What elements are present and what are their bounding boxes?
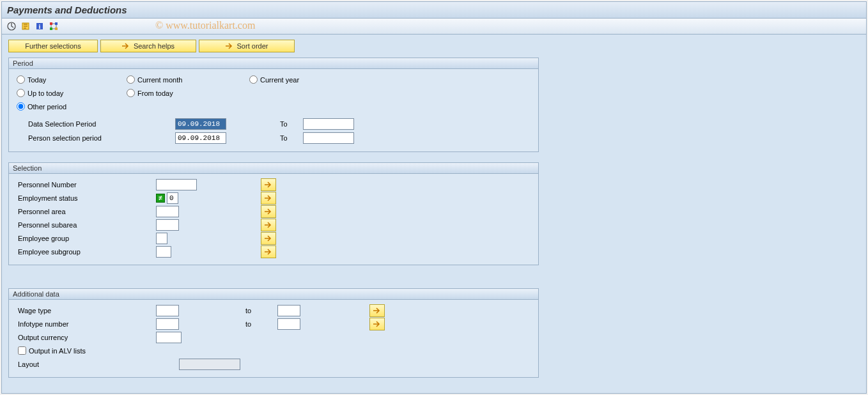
person-selection-from-input[interactable] xyxy=(175,132,226,144)
personnel-subarea-label: Personnel subarea xyxy=(15,221,156,229)
radio-current-year[interactable]: Current year xyxy=(249,75,299,84)
employment-status-multi-button[interactable] xyxy=(261,192,276,205)
employee-subgroup-multi-button[interactable] xyxy=(261,245,276,258)
not-equal-icon[interactable]: ≠ xyxy=(156,194,165,203)
radio-current-year-label: Current year xyxy=(260,76,299,84)
personnel-area-input[interactable] xyxy=(156,206,179,217)
personnel-number-label: Personnel Number xyxy=(15,181,156,189)
info-icon[interactable]: i xyxy=(34,20,45,32)
search-helps-label: Search helps xyxy=(134,42,174,50)
arrow-right-icon xyxy=(122,43,130,49)
sort-order-button[interactable]: Sort order xyxy=(199,40,295,52)
sort-order-label: Sort order xyxy=(237,42,268,50)
svg-text:i: i xyxy=(39,23,41,30)
search-helps-button[interactable]: Search helps xyxy=(100,40,196,52)
output-alv-checkbox[interactable]: Output in ALV lists xyxy=(15,346,86,355)
wage-type-from-input[interactable] xyxy=(156,305,179,316)
further-selections-label: Further selections xyxy=(25,42,81,50)
variant-icon[interactable] xyxy=(20,20,31,32)
radio-from-today[interactable]: From today xyxy=(127,89,173,97)
person-selection-to-input[interactable] xyxy=(303,132,354,144)
wage-type-to-input[interactable] xyxy=(277,305,300,316)
personnel-number-multi-button[interactable] xyxy=(261,178,276,191)
watermark: © www.tutorialkart.com xyxy=(155,20,255,31)
wage-type-label: Wage type xyxy=(15,307,156,314)
personnel-subarea-multi-button[interactable] xyxy=(261,219,276,231)
layout-input[interactable] xyxy=(179,359,240,370)
radio-today[interactable]: Today xyxy=(17,75,46,84)
app-toolbar: i © www.tutorialkart.com xyxy=(2,19,866,35)
content-area: Further selections Search helps Sort ord… xyxy=(2,35,866,393)
employment-status-label: Employment status xyxy=(15,194,156,202)
layout-label: Layout xyxy=(15,360,179,368)
personnel-number-input[interactable] xyxy=(156,179,197,190)
additional-data-legend: Additional data xyxy=(9,289,538,300)
radio-from-today-label: From today xyxy=(137,89,173,97)
infotype-number-to-input[interactable] xyxy=(277,318,300,330)
period-group: Period Today Current month xyxy=(8,58,539,152)
employee-subgroup-input[interactable] xyxy=(156,246,171,258)
personnel-area-multi-button[interactable] xyxy=(261,205,276,218)
selection-buttons: Further selections Search helps Sort ord… xyxy=(8,40,860,52)
page-title: Payments and Deductions xyxy=(2,2,866,19)
personnel-subarea-input[interactable] xyxy=(156,219,179,231)
selection-group: Selection Personnel Number Employment st… xyxy=(8,162,539,265)
output-currency-label: Output currency xyxy=(15,334,156,341)
infotype-number-from-input[interactable] xyxy=(156,318,179,330)
infotype-number-label: Infotype number xyxy=(15,320,156,328)
additional-data-group: Additional data Wage type to Infotype nu… xyxy=(8,288,539,378)
svg-rect-7 xyxy=(55,27,58,30)
period-legend: Period xyxy=(9,58,538,69)
svg-rect-6 xyxy=(50,27,52,30)
employee-group-label: Employee group xyxy=(15,235,156,242)
person-selection-to-label: To xyxy=(277,134,303,142)
employee-subgroup-label: Employee subgroup xyxy=(15,248,156,256)
svg-rect-5 xyxy=(55,22,58,25)
employee-group-multi-button[interactable] xyxy=(261,232,276,245)
wage-type-to-label: to xyxy=(245,307,277,314)
execute-icon[interactable] xyxy=(6,20,17,32)
employee-group-input[interactable] xyxy=(156,233,167,244)
data-selection-from-input[interactable] xyxy=(175,118,226,130)
data-selection-to-input[interactable] xyxy=(303,118,354,130)
radio-other-period-label: Other period xyxy=(27,103,66,111)
output-alv-label: Output in ALV lists xyxy=(29,347,86,355)
arrow-right-icon xyxy=(226,43,233,49)
employment-status-input[interactable] xyxy=(167,192,178,204)
radio-up-to-today-label: Up to today xyxy=(27,89,63,97)
infotype-number-multi-button[interactable] xyxy=(369,318,385,330)
radio-today-label: Today xyxy=(27,76,46,84)
data-selection-period-label: Data Selection Period xyxy=(15,120,175,128)
radio-current-month[interactable]: Current month xyxy=(127,75,182,84)
infotype-number-to-label: to xyxy=(245,320,277,328)
radio-other-period[interactable]: Other period xyxy=(17,102,66,111)
output-currency-input[interactable] xyxy=(156,332,182,343)
selection-legend: Selection xyxy=(9,163,538,174)
radio-current-month-label: Current month xyxy=(137,76,182,84)
svg-rect-4 xyxy=(50,22,52,25)
wage-type-multi-button[interactable] xyxy=(369,304,385,317)
radio-up-to-today[interactable]: Up to today xyxy=(17,89,63,97)
person-selection-period-label: Person selection period xyxy=(15,134,175,142)
data-selection-to-label: To xyxy=(277,120,303,128)
further-selections-button[interactable]: Further selections xyxy=(8,40,98,52)
org-structure-icon[interactable] xyxy=(48,20,59,32)
personnel-area-label: Personnel area xyxy=(15,208,156,215)
